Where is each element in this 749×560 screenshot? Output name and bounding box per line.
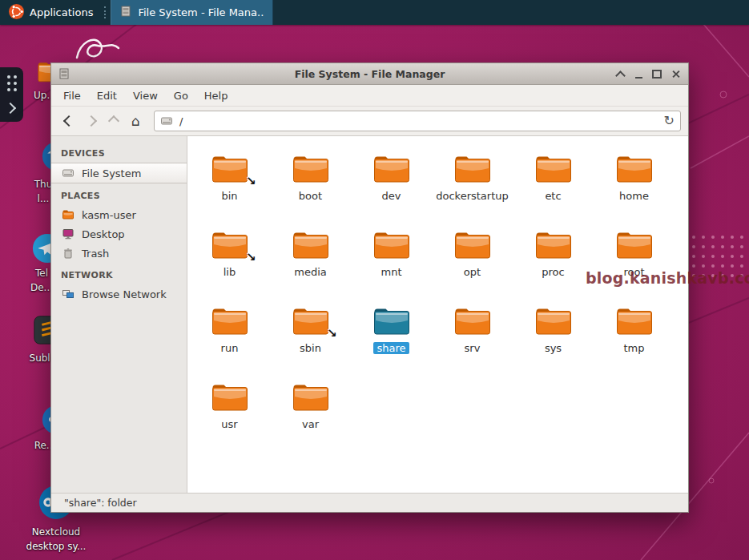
home-icon: ⌂ <box>131 115 140 128</box>
file-etc[interactable]: etc <box>513 144 594 220</box>
location-bar[interactable]: / ↻ <box>154 111 681 131</box>
sidebar-item-browse-network[interactable]: Browse Network <box>51 284 187 304</box>
shade-button[interactable] <box>614 67 626 81</box>
folder-icon <box>534 228 573 260</box>
file-sbin[interactable]: ↘sbin <box>270 296 351 373</box>
folder-icon <box>292 381 330 413</box>
menu-go[interactable]: Go <box>166 87 196 104</box>
file-media[interactable]: media <box>270 220 351 296</box>
applications-menu-button[interactable]: Applications <box>0 0 102 25</box>
refresh-button[interactable]: ↻ <box>664 115 675 127</box>
file-var[interactable]: var <box>270 373 351 449</box>
file-label: sys <box>542 342 565 354</box>
maximize-button[interactable] <box>650 67 663 81</box>
sidebar-item-label: kasm-user <box>82 209 136 221</box>
folder-icon <box>534 152 573 184</box>
file-label: srv <box>461 342 484 354</box>
folder-icon: ↘ <box>211 152 249 184</box>
sidebar-item-label: Desktop <box>82 228 125 240</box>
desktop-icon <box>62 228 75 240</box>
window-title: File System - File Manager <box>51 68 688 80</box>
symlink-emblem-icon: ↘ <box>327 326 337 340</box>
window-titlebar[interactable]: File System - File Manager <box>51 63 688 85</box>
folder-icon: ↘ <box>292 304 330 336</box>
sidebar-item-label: Trash <box>82 248 109 260</box>
desktop-icon-label[interactable]: Nextclouddesktop sy... <box>4 525 108 554</box>
file-label: mnt <box>378 266 405 278</box>
file-share[interactable]: share <box>351 296 432 373</box>
desktop-screen: Up...Thul...TelDe...Subli...Re...Nextclo… <box>0 0 749 560</box>
folder-icon <box>453 152 492 184</box>
folder-icon <box>372 304 411 336</box>
file-label: boot <box>296 190 325 202</box>
sidebar-item-label: File System <box>82 167 141 179</box>
sidebar-item-desktop[interactable]: Desktop <box>51 224 187 244</box>
filesystem-drive-icon <box>160 115 174 127</box>
file-lib[interactable]: ↘lib <box>189 220 270 296</box>
file-label: share <box>373 342 409 354</box>
sidebar-item-label: Browse Network <box>82 288 167 300</box>
forward-button[interactable] <box>81 111 101 131</box>
file-srv[interactable]: srv <box>432 296 513 373</box>
taskbar-window-button[interactable]: File System - File Mana... <box>111 0 273 25</box>
file-label: run <box>218 342 242 354</box>
file-label: dev <box>379 190 405 202</box>
file-view[interactable]: ↘bin boot dev dockerstartup etc home ↘li… <box>187 136 688 493</box>
file-label: dockerstartup <box>433 190 512 202</box>
file-label: media <box>291 266 330 278</box>
file-label: tmp <box>620 342 647 354</box>
file-opt[interactable]: opt <box>432 220 513 296</box>
menu-help[interactable]: Help <box>196 87 236 104</box>
close-button[interactable] <box>669 67 682 81</box>
folder-icon <box>372 152 411 184</box>
file-boot[interactable]: boot <box>270 144 351 220</box>
drive-icon <box>62 167 75 179</box>
folder-icon <box>453 228 492 260</box>
sidebar: DEVICESFile SystemPLACESkasm-userDesktop… <box>51 136 187 493</box>
menu-edit[interactable]: Edit <box>89 87 125 104</box>
file-proc[interactable]: proc <box>513 220 594 296</box>
toolbar: ⌂ / ↻ <box>51 107 688 136</box>
expand-panel-chevron-icon[interactable] <box>5 103 16 114</box>
folder-icon <box>211 381 249 413</box>
top-panel: Applications File System - File Mana... <box>0 0 749 25</box>
file-home[interactable]: home <box>594 144 675 220</box>
trash-icon <box>62 247 75 260</box>
drag-handle-dots-icon[interactable] <box>7 75 17 91</box>
sidebar-item-file-system[interactable]: File System <box>51 163 187 183</box>
home-button[interactable]: ⌂ <box>126 111 146 131</box>
panel-handle-icon <box>104 6 108 18</box>
kasm-side-panel-tab[interactable] <box>0 67 23 122</box>
file-label: etc <box>542 190 564 202</box>
menu-view[interactable]: View <box>125 87 166 104</box>
menu-file[interactable]: File <box>55 87 89 104</box>
file-sys[interactable]: sys <box>513 296 594 373</box>
file-usr[interactable]: usr <box>189 373 270 449</box>
folder-icon <box>534 304 573 336</box>
back-button[interactable] <box>58 111 79 131</box>
file-manager-icon <box>119 5 132 20</box>
status-bar: "share": folder <box>51 493 688 512</box>
watermark-text: blog.kanishkavb.com <box>586 269 749 287</box>
file-label: usr <box>218 418 240 430</box>
up-icon <box>107 115 119 127</box>
file-dockerstartup[interactable]: dockerstartup <box>432 144 513 220</box>
menu-bar: FileEditViewGoHelp <box>51 85 688 107</box>
sidebar-item-trash[interactable]: Trash <box>51 244 187 263</box>
file-dev[interactable]: dev <box>351 144 432 220</box>
file-grid: ↘bin boot dev dockerstartup etc home ↘li… <box>187 136 688 449</box>
file-tmp[interactable]: tmp <box>594 296 675 373</box>
file-mnt[interactable]: mnt <box>351 220 432 296</box>
sidebar-item-kasm-user[interactable]: kasm-user <box>51 205 187 224</box>
current-path: / <box>179 115 658 127</box>
file-label: bin <box>218 190 240 202</box>
file-label: var <box>299 418 322 430</box>
file-run[interactable]: run <box>189 296 270 373</box>
up-button[interactable] <box>103 111 123 131</box>
file-bin[interactable]: ↘bin <box>189 144 270 220</box>
close-icon <box>671 70 680 79</box>
minimize-button[interactable] <box>632 67 645 81</box>
status-text: "share": folder <box>64 497 137 509</box>
symlink-emblem-icon: ↘ <box>246 250 256 264</box>
forward-icon <box>85 115 96 127</box>
